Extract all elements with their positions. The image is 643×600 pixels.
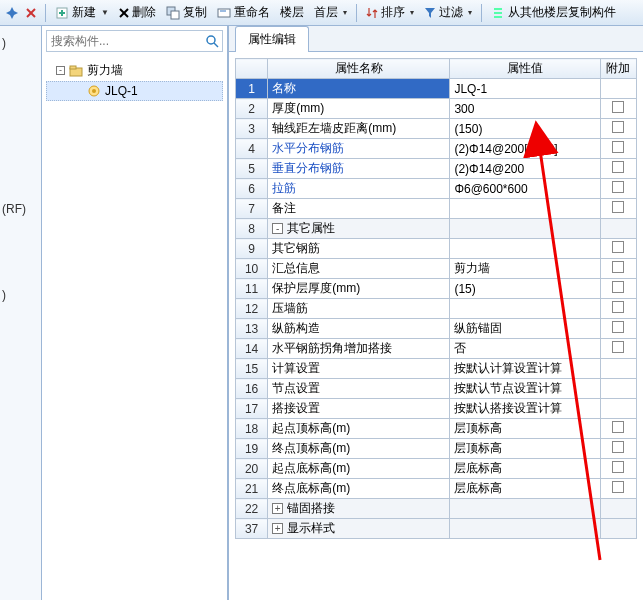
- prop-value[interactable]: [450, 299, 600, 319]
- table-row[interactable]: 15计算设置按默认计算设置计算: [236, 359, 637, 379]
- prop-value[interactable]: 层顶标高: [450, 439, 600, 459]
- tree-item-label: JLQ-1: [105, 84, 138, 98]
- table-row[interactable]: 8-其它属性: [236, 219, 637, 239]
- prop-name: +显示样式: [268, 519, 450, 539]
- table-row[interactable]: 22+锚固搭接: [236, 499, 637, 519]
- table-row[interactable]: 16节点设置按默认节点设置计算: [236, 379, 637, 399]
- prop-add: [600, 519, 636, 539]
- row-num: 12: [236, 299, 268, 319]
- checkbox[interactable]: [612, 321, 624, 333]
- row-num: 1: [236, 79, 268, 99]
- collapse-icon[interactable]: -: [272, 223, 283, 234]
- prop-value[interactable]: Φ6@600*600: [450, 179, 600, 199]
- rename-label: 重命名: [234, 4, 270, 21]
- prop-value[interactable]: 按默认搭接设置计算: [450, 399, 600, 419]
- checkbox[interactable]: [612, 461, 624, 473]
- prop-value[interactable]: (2)Φ14@200: [450, 159, 600, 179]
- checkbox[interactable]: [612, 101, 624, 113]
- pin-icon[interactable]: [4, 7, 20, 19]
- checkbox[interactable]: [612, 441, 624, 453]
- prop-value[interactable]: JLQ-1: [450, 79, 600, 99]
- table-row[interactable]: 12压墙筋: [236, 299, 637, 319]
- rename-button[interactable]: 重命名: [213, 2, 274, 23]
- table-row[interactable]: 17搭接设置按默认搭接设置计算: [236, 399, 637, 419]
- row-num: 15: [236, 359, 268, 379]
- new-button[interactable]: 新建▼: [51, 2, 113, 23]
- table-row[interactable]: 7备注: [236, 199, 637, 219]
- table-row[interactable]: 19终点顶标高(m)层顶标高: [236, 439, 637, 459]
- prop-value[interactable]: (150): [450, 119, 600, 139]
- table-row[interactable]: 9其它钢筋: [236, 239, 637, 259]
- prop-value[interactable]: (2)Φ14@200[2400]: [450, 139, 600, 159]
- copy-button[interactable]: 复制: [162, 2, 211, 23]
- prop-value[interactable]: [450, 199, 600, 219]
- col-name[interactable]: 属性名称: [268, 59, 450, 79]
- checkbox[interactable]: [612, 421, 624, 433]
- copy-from-floor-button[interactable]: 从其他楼层复制构件: [487, 2, 620, 23]
- prop-value[interactable]: (15): [450, 279, 600, 299]
- checkbox[interactable]: [612, 201, 624, 213]
- svg-rect-9: [218, 9, 230, 17]
- tree-root[interactable]: - 剪力墙: [46, 60, 223, 81]
- filter-button[interactable]: 过滤▾: [420, 2, 476, 23]
- prop-value[interactable]: 纵筋锚固: [450, 319, 600, 339]
- table-row[interactable]: 37+显示样式: [236, 519, 637, 539]
- expand-icon[interactable]: +: [272, 523, 283, 534]
- collapse-icon[interactable]: -: [56, 66, 65, 75]
- prop-name: 节点设置: [268, 379, 450, 399]
- floor-select[interactable]: 首层▾: [310, 2, 351, 23]
- table-row[interactable]: 6拉筋Φ6@600*600: [236, 179, 637, 199]
- checkbox[interactable]: [612, 161, 624, 173]
- table-row[interactable]: 10汇总信息剪力墙: [236, 259, 637, 279]
- table-row[interactable]: 11保护层厚度(mm)(15): [236, 279, 637, 299]
- table-row[interactable]: 14水平钢筋拐角增加搭接否: [236, 339, 637, 359]
- prop-value[interactable]: 层底标高: [450, 459, 600, 479]
- prop-add: [600, 99, 636, 119]
- filter-label: 过滤: [439, 4, 463, 21]
- checkbox[interactable]: [612, 281, 624, 293]
- search-input[interactable]: [47, 34, 205, 48]
- prop-add: [600, 319, 636, 339]
- prop-name: 垂直分布钢筋: [268, 159, 450, 179]
- prop-value[interactable]: 层顶标高: [450, 419, 600, 439]
- tree-panel: - 剪力墙 JLQ-1: [42, 26, 228, 600]
- checkbox[interactable]: [612, 181, 624, 193]
- table-row[interactable]: 18起点顶标高(m)层顶标高: [236, 419, 637, 439]
- checkbox[interactable]: [612, 261, 624, 273]
- prop-value[interactable]: [450, 239, 600, 259]
- table-row[interactable]: 4水平分布钢筋(2)Φ14@200[2400]: [236, 139, 637, 159]
- close-panel-icon[interactable]: [22, 6, 40, 20]
- table-row[interactable]: 2厚度(mm)300: [236, 99, 637, 119]
- table-row[interactable]: 13纵筋构造纵筋锚固: [236, 319, 637, 339]
- row-num: 3: [236, 119, 268, 139]
- checkbox[interactable]: [612, 121, 624, 133]
- tree-item-jlq1[interactable]: JLQ-1: [46, 81, 223, 101]
- search-icon[interactable]: [205, 34, 222, 48]
- table-row[interactable]: 20起点底标高(m)层底标高: [236, 459, 637, 479]
- prop-name: 纵筋构造: [268, 319, 450, 339]
- prop-value[interactable]: 按默认节点设置计算: [450, 379, 600, 399]
- table-row[interactable]: 1名称JLQ-1: [236, 79, 637, 99]
- checkbox[interactable]: [612, 141, 624, 153]
- prop-value[interactable]: 按默认计算设置计算: [450, 359, 600, 379]
- checkbox[interactable]: [612, 481, 624, 493]
- tab-property-edit[interactable]: 属性编辑: [235, 26, 309, 52]
- prop-value[interactable]: 层底标高: [450, 479, 600, 499]
- col-add[interactable]: 附加: [600, 59, 636, 79]
- prop-value[interactable]: 300: [450, 99, 600, 119]
- checkbox[interactable]: [612, 341, 624, 353]
- prop-name: 水平钢筋拐角增加搭接: [268, 339, 450, 359]
- prop-value[interactable]: 否: [450, 339, 600, 359]
- table-row[interactable]: 3轴线距左墙皮距离(mm)(150): [236, 119, 637, 139]
- col-num[interactable]: [236, 59, 268, 79]
- sort-button[interactable]: 排序▾: [362, 2, 418, 23]
- checkbox[interactable]: [612, 241, 624, 253]
- svg-rect-13: [494, 16, 502, 18]
- table-row[interactable]: 21终点底标高(m)层底标高: [236, 479, 637, 499]
- delete-button[interactable]: 删除: [115, 2, 160, 23]
- expand-icon[interactable]: +: [272, 503, 283, 514]
- prop-value[interactable]: 剪力墙: [450, 259, 600, 279]
- col-value[interactable]: 属性值: [450, 59, 600, 79]
- table-row[interactable]: 5垂直分布钢筋(2)Φ14@200: [236, 159, 637, 179]
- checkbox[interactable]: [612, 301, 624, 313]
